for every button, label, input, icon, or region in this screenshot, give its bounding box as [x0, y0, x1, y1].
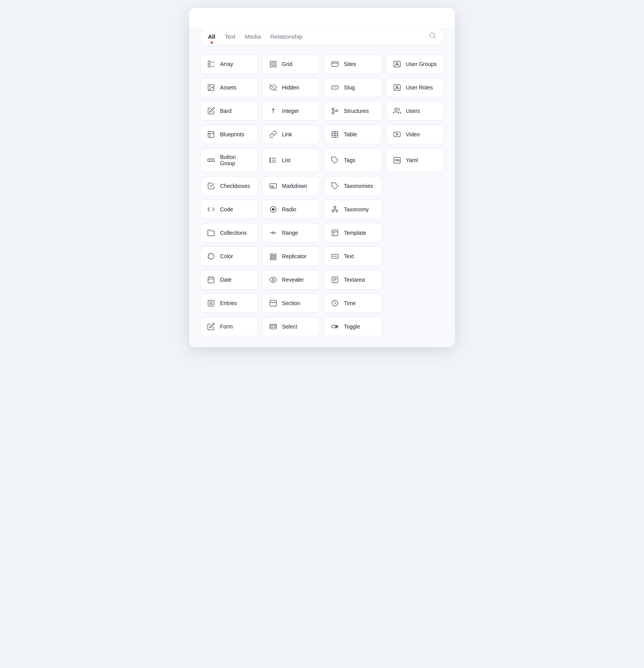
field-item-radio[interactable]: Radio [262, 200, 320, 219]
field-item-entries[interactable]: Entries [200, 293, 258, 313]
slug-icon [331, 84, 339, 91]
users-icon [393, 107, 401, 115]
filter-tab-text[interactable]: Text [225, 32, 236, 41]
field-item-video[interactable]: Video [386, 125, 444, 144]
field-item-revealer[interactable]: Revealer [262, 270, 320, 289]
field-item-assets[interactable]: Assets [200, 78, 258, 97]
svg-rect-36 [208, 159, 215, 162]
filter-tab-media[interactable]: Media [245, 32, 261, 41]
field-item-slug[interactable]: Slug [324, 78, 382, 97]
structures-icon [331, 107, 339, 115]
field-label-tags: Tags [344, 157, 356, 163]
template-icon [331, 229, 339, 237]
select-icon [269, 323, 277, 330]
field-item-date[interactable]: Date [200, 270, 258, 289]
svg-rect-7 [274, 61, 276, 64]
field-label-list: List [282, 157, 291, 163]
entries-icon [207, 299, 215, 307]
svg-point-52 [272, 208, 274, 211]
svg-point-26 [395, 108, 397, 111]
field-item-sites[interactable]: Sites [324, 54, 382, 74]
svg-point-53 [334, 206, 336, 208]
field-item-form[interactable]: Form [200, 317, 258, 336]
field-item-link[interactable]: Link [262, 125, 320, 144]
tags-icon [331, 156, 339, 164]
field-item-yaml[interactable]: YMLYaml [386, 148, 444, 172]
form-icon [207, 323, 215, 330]
svg-rect-66 [270, 256, 276, 257]
user-groups-icon [393, 60, 401, 68]
search-button[interactable] [429, 32, 436, 41]
field-label-bard: Bard [220, 108, 232, 114]
toggle-icon [331, 323, 339, 330]
field-item-table[interactable]: Table [324, 125, 382, 144]
filter-tab-all[interactable]: All [208, 32, 215, 41]
field-item-integer[interactable]: Integer [262, 101, 320, 121]
filter-tab-relationship[interactable]: Relationship [270, 32, 303, 41]
field-item-taxonomy[interactable]: Taxonomy [324, 200, 382, 219]
svg-point-15 [209, 86, 211, 87]
integer-icon [269, 107, 277, 115]
field-label-textarea: Textarea [344, 277, 365, 283]
modal-header [189, 8, 455, 25]
field-item-list[interactable]: List [262, 148, 320, 172]
svg-point-60 [272, 232, 274, 234]
field-item-users[interactable]: Users [386, 101, 444, 121]
field-label-slug: Slug [344, 84, 355, 91]
field-item-template[interactable]: Template [324, 223, 382, 243]
field-item-text[interactable]: Text [324, 246, 382, 266]
field-label-radio: Radio [282, 206, 297, 213]
field-label-date: Date [220, 277, 232, 283]
field-item-time[interactable]: Time [324, 293, 382, 313]
field-label-color: Color [220, 253, 233, 259]
field-item-section[interactable]: Section [262, 293, 320, 313]
field-item-blueprints[interactable]: Blueprints [200, 125, 258, 144]
field-item-bard[interactable]: Bard [200, 101, 258, 121]
svg-rect-10 [332, 62, 338, 66]
field-label-replicator: Replicator [282, 253, 307, 259]
svg-rect-8 [270, 65, 272, 67]
field-label-blueprints: Blueprints [220, 131, 244, 138]
field-item-checkboxes[interactable]: Checkboxes [200, 176, 258, 196]
field-item-hidden[interactable]: Hidden [262, 78, 320, 97]
taxonomies-icon [331, 182, 339, 190]
hidden-icon [269, 84, 277, 91]
field-label-markdown: Markdown [282, 183, 308, 189]
field-item-color[interactable]: Color [200, 246, 258, 266]
svg-point-19 [396, 86, 398, 88]
field-item-array[interactable]: Array [200, 54, 258, 74]
field-item-range[interactable]: Range [262, 223, 320, 243]
video-icon [393, 130, 401, 138]
field-item-grid[interactable]: Grid [262, 54, 320, 74]
field-item-toggle[interactable]: Toggle [324, 317, 382, 336]
svg-rect-23 [336, 110, 338, 112]
section-icon [269, 299, 277, 307]
field-item-user-roles[interactable]: User Roles [386, 78, 444, 97]
array-icon [207, 60, 215, 68]
field-item-button-group[interactable]: Button Group [200, 148, 258, 172]
field-item-collections[interactable]: Collections [200, 223, 258, 243]
field-item-code[interactable]: Code [200, 200, 258, 219]
field-item-structures[interactable]: Structures [324, 101, 382, 121]
svg-rect-17 [332, 86, 338, 89]
close-button[interactable] [441, 16, 444, 19]
field-label-time: Time [344, 300, 356, 306]
field-item-select[interactable]: Select [262, 317, 320, 336]
field-label-assets: Assets [220, 84, 236, 91]
field-item-user-groups[interactable]: User Groups [386, 54, 444, 74]
bard-icon [207, 107, 215, 115]
field-item-taxonomies[interactable]: Taxonomies [324, 176, 382, 196]
field-label-users: Users [406, 108, 420, 114]
filter-bar: AllTextMediaRelationship [200, 28, 444, 45]
field-label-toggle: Toggle [344, 323, 360, 330]
date-icon [207, 276, 215, 284]
svg-point-90 [335, 326, 337, 328]
field-label-table: Table [344, 131, 357, 138]
svg-text:MD: MD [271, 185, 274, 188]
user-roles-icon [393, 84, 401, 91]
field-item-tags[interactable]: Tags [324, 148, 382, 172]
svg-rect-34 [394, 132, 400, 137]
field-item-textarea[interactable]: Textarea [324, 270, 382, 289]
field-item-replicator[interactable]: Replicator [262, 246, 320, 266]
field-item-markdown[interactable]: MDMarkdown [262, 176, 320, 196]
